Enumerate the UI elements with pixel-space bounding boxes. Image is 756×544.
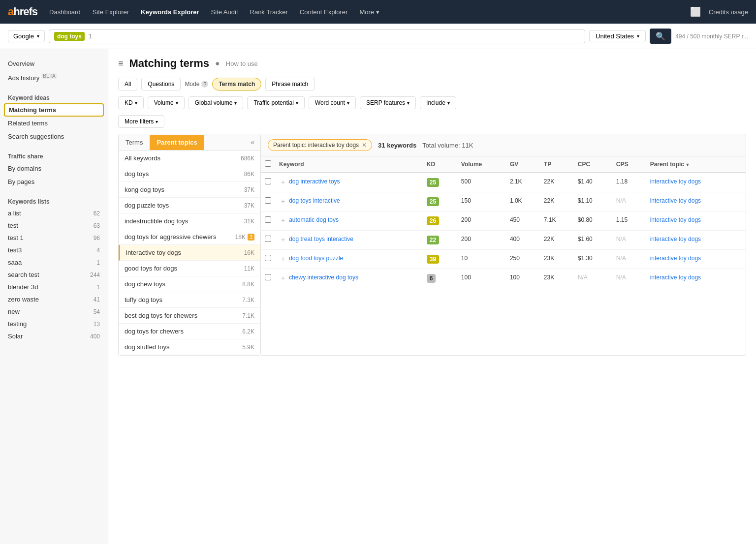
include-filter[interactable]: Include ▾ — [420, 96, 456, 109]
logo[interactable]: ahrefs — [8, 5, 37, 18]
traffic-potential-filter[interactable]: Traffic potential ▾ — [247, 96, 304, 109]
sidebar-search-suggestions[interactable]: Search suggestions — [0, 130, 108, 143]
keyword-link[interactable]: dog food toys puzzle — [289, 255, 343, 262]
search-input[interactable] — [96, 32, 580, 40]
search-button[interactable]: 🔍 — [650, 29, 671, 44]
left-list-item[interactable]: dog toys for chewers6.2K — [119, 324, 260, 339]
add-keyword-icon[interactable]: + — [279, 216, 287, 224]
sidebar-list-item[interactable]: a list62 — [0, 207, 108, 219]
select-all-checkbox[interactable] — [265, 160, 271, 167]
parent-topic-link[interactable]: interactive toy dogs — [650, 236, 701, 242]
mode-help-icon[interactable]: ? — [201, 81, 208, 88]
nav-content-explorer[interactable]: Content Explorer — [300, 8, 348, 16]
questions-button[interactable]: Questions — [141, 78, 181, 91]
parent-topic-link[interactable]: interactive toy dogs — [650, 216, 701, 223]
sidebar-list-item[interactable]: test63 — [0, 219, 108, 232]
sidebar-list-item[interactable]: testing13 — [0, 318, 108, 330]
left-list-item[interactable]: All keywords686K — [119, 151, 260, 166]
menu-icon[interactable]: ≡ — [118, 59, 124, 69]
row-checkbox-cell[interactable] — [261, 192, 275, 212]
keyword-link[interactable]: dog treat toys interactive — [289, 236, 353, 242]
more-filters-button[interactable]: More filters ▾ — [118, 115, 164, 128]
kd-filter[interactable]: KD ▾ — [118, 96, 144, 109]
sidebar-list-item[interactable]: Solar400 — [0, 330, 108, 342]
sidebar-by-pages[interactable]: By pages — [0, 175, 108, 188]
row-checkbox[interactable] — [265, 255, 271, 261]
serp-features-filter[interactable]: SERP features ▾ — [360, 96, 416, 109]
keyword-link[interactable]: chewy interactive dog toys — [289, 274, 358, 281]
row-checkbox-cell[interactable] — [261, 212, 275, 231]
nav-keywords-explorer[interactable]: Keywords Explorer — [141, 8, 199, 16]
left-list-item[interactable]: dog toys86K — [119, 166, 260, 182]
sidebar-matching-terms[interactable]: Matching terms — [4, 103, 104, 117]
row-checkbox-cell[interactable] — [261, 269, 275, 288]
parent-topic-link[interactable]: interactive toy dogs — [650, 255, 701, 262]
sidebar-overview[interactable]: Overview — [0, 57, 108, 70]
nav-site-explorer[interactable]: Site Explorer — [93, 8, 129, 16]
add-keyword-icon[interactable]: + — [279, 255, 287, 263]
row-checkbox-cell[interactable] — [261, 250, 275, 269]
parent-topic-link[interactable]: interactive toy dogs — [650, 178, 701, 185]
row-checkbox[interactable] — [265, 216, 271, 223]
left-list-item[interactable]: interactive toy dogs16K — [119, 245, 260, 261]
row-checkbox[interactable] — [265, 236, 271, 242]
global-volume-filter[interactable]: Global volume ▾ — [189, 96, 244, 109]
left-list-item[interactable]: best dog toys for chewers7.1K — [119, 308, 260, 324]
left-list-item[interactable]: good toys for dogs11K — [119, 261, 260, 276]
how-to-use-link[interactable]: How to use — [226, 60, 258, 67]
sidebar-list-item[interactable]: test34 — [0, 244, 108, 256]
engine-selector[interactable]: Google ▾ — [8, 30, 45, 42]
nav-site-audit[interactable]: Site Audit — [211, 8, 238, 16]
row-checkbox-cell[interactable] — [261, 231, 275, 250]
left-list-item[interactable]: indestructible dog toys31K — [119, 213, 260, 229]
keyword-link[interactable]: dog interactive toys — [289, 178, 340, 185]
top-nav: ahrefs Dashboard Site Explorer Keywords … — [0, 0, 756, 24]
row-checkbox[interactable] — [265, 178, 271, 184]
col-parent-topic-header[interactable]: Parent topic — [646, 156, 746, 173]
terms-match-button[interactable]: Terms match — [212, 78, 261, 91]
sidebar-by-domains[interactable]: By domains — [0, 162, 108, 175]
left-list-item[interactable]: dog puzzle toys37K — [119, 198, 260, 213]
add-keyword-icon[interactable]: + — [279, 236, 287, 243]
topic-close-icon[interactable]: ✕ — [362, 142, 367, 149]
keyword-link[interactable]: automatic dog toys — [289, 216, 339, 223]
row-checkbox-cell[interactable] — [261, 173, 275, 192]
nav-dashboard[interactable]: Dashboard — [49, 8, 81, 16]
parent-topic-link[interactable]: interactive toy dogs — [650, 274, 701, 281]
add-keyword-icon[interactable]: + — [279, 197, 287, 205]
tp-cell: 22K — [540, 192, 574, 212]
col-checkbox[interactable] — [261, 156, 275, 173]
credits-usage[interactable]: Credits usage — [709, 8, 748, 16]
left-list-item[interactable]: tuffy dog toys7.3K — [119, 292, 260, 308]
row-checkbox[interactable] — [265, 197, 271, 204]
sidebar-related-terms[interactable]: Related terms — [0, 117, 108, 130]
sidebar-list-item[interactable]: test 196 — [0, 232, 108, 244]
sidebar-list-item[interactable]: blender 3d1 — [0, 281, 108, 293]
word-count-filter[interactable]: Word count ▾ — [309, 96, 356, 109]
tab-terms[interactable]: Terms — [119, 135, 150, 150]
sidebar-list-item[interactable]: zero waste41 — [0, 293, 108, 305]
phrase-match-button[interactable]: Phrase match — [265, 78, 315, 91]
sidebar-list-item[interactable]: search test244 — [0, 269, 108, 281]
volume-filter[interactable]: Volume ▾ — [148, 96, 185, 109]
left-list-item[interactable]: dog chew toys8.8K — [119, 276, 260, 292]
collapse-button[interactable]: « — [245, 134, 260, 150]
country-selector[interactable]: United States ▾ — [589, 30, 646, 42]
add-keyword-icon[interactable]: + — [279, 178, 287, 186]
all-button[interactable]: All — [118, 78, 137, 91]
row-checkbox[interactable] — [265, 274, 271, 280]
sidebar-list-item[interactable]: new54 — [0, 305, 108, 318]
keyword-link[interactable]: dog toys interactive — [289, 197, 340, 204]
sidebar-ads-history[interactable]: Ads historyBETA — [0, 70, 108, 85]
left-list-item[interactable]: dog stuffed toys5.9K — [119, 339, 260, 355]
monitor-icon[interactable]: ⬜ — [690, 6, 701, 17]
sidebar-list-item[interactable]: saaa1 — [0, 256, 108, 269]
nav-more[interactable]: More ▾ — [359, 8, 379, 16]
nav-rank-tracker[interactable]: Rank Tracker — [250, 8, 288, 16]
tab-parent-topics[interactable]: Parent topics — [150, 135, 204, 150]
left-list-item[interactable]: dog toys for aggressive chewers18K3 — [119, 229, 260, 245]
help-icon[interactable]: ● — [215, 59, 220, 68]
parent-topic-link[interactable]: interactive toy dogs — [650, 197, 701, 204]
add-keyword-icon[interactable]: + — [279, 274, 287, 282]
left-list-item[interactable]: kong dog toys37K — [119, 182, 260, 198]
